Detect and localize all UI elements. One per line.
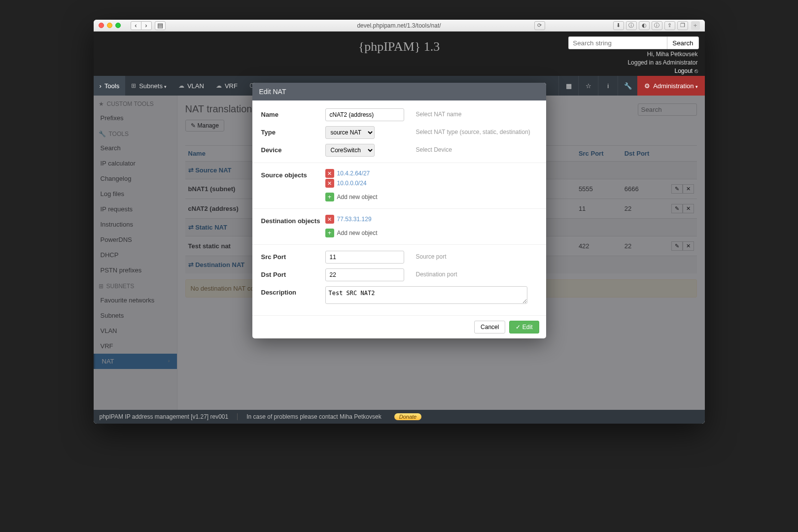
download-icon[interactable]: ⬇ bbox=[613, 21, 624, 30]
label-src-port: Src Port bbox=[261, 251, 325, 264]
help-dst-port: Destination port bbox=[416, 268, 457, 281]
footer-contact: In case of problems please contact Miha … bbox=[246, 413, 381, 420]
global-search-input[interactable] bbox=[568, 36, 667, 49]
footer-version: phpIPAM IP address management [v1.27] re… bbox=[100, 413, 229, 420]
nav-dashboard-button[interactable]: ▦ bbox=[558, 76, 578, 96]
app-header: {phpIPAM} 1.3 Search Hi, Miha Petkovsek … bbox=[94, 32, 705, 76]
cloud-icon: ☁ bbox=[178, 82, 184, 89]
chevron-left-icon bbox=[135, 22, 137, 29]
nat-name-input[interactable] bbox=[325, 108, 404, 121]
new-tab-button[interactable]: + bbox=[691, 21, 700, 30]
submit-button[interactable]: ✓ Edit bbox=[509, 321, 539, 333]
browser-chrome-bar: ▤ devel.phpipam.net/1.3/tools/nat/ ⟳ ⬇ ⓘ… bbox=[94, 20, 705, 32]
url-bar[interactable]: devel.phpipam.net/1.3/tools/nat/ bbox=[357, 22, 441, 29]
star-icon: ☆ bbox=[586, 82, 591, 90]
remove-source-object-button[interactable]: ✕ bbox=[325, 169, 334, 178]
donate-button[interactable]: Donate bbox=[394, 413, 421, 420]
nav-forward-button[interactable] bbox=[141, 21, 152, 30]
logout-link[interactable]: Logout bbox=[674, 67, 693, 74]
logout-icon: ⎋ bbox=[694, 67, 698, 74]
user-greeting: Hi, Miha Petkovsek bbox=[627, 50, 697, 59]
chevron-right-icon bbox=[100, 82, 102, 90]
remove-destination-object-button[interactable]: ✕ bbox=[325, 215, 334, 224]
source-object-link[interactable]: 10.0.0.0/24 bbox=[337, 180, 367, 187]
nav-item-vrf[interactable]: ☁VRF bbox=[210, 76, 243, 96]
nav-settings-button[interactable]: 🔧 bbox=[618, 76, 637, 96]
label-destination-objects: Destination objects bbox=[261, 215, 325, 238]
help-name: Select NAT name bbox=[416, 108, 462, 121]
help-device: Select Device bbox=[416, 144, 452, 157]
sidebar-toggle-button[interactable]: ▤ bbox=[155, 21, 166, 30]
label-source-objects: Source objects bbox=[261, 169, 325, 202]
sitemap-icon: ⊞ bbox=[131, 82, 136, 89]
nav-item-subnets[interactable]: ⊞Subnets bbox=[125, 76, 173, 96]
tabs-icon[interactable]: ❐ bbox=[677, 21, 688, 30]
dst-port-input[interactable] bbox=[325, 268, 404, 281]
info-icon: i bbox=[607, 82, 609, 90]
description-textarea[interactable]: Test SRC NAT2 bbox=[325, 286, 527, 304]
check-icon: ✓ bbox=[516, 324, 520, 331]
destination-object-link[interactable]: 77.53.31.129 bbox=[337, 216, 372, 223]
share-icon[interactable]: ⇪ bbox=[664, 21, 675, 30]
user-role: Logged in as Administrator bbox=[627, 59, 697, 67]
nav-info-button[interactable]: i bbox=[598, 76, 618, 96]
label-dst-port: Dst Port bbox=[261, 268, 325, 281]
chevron-right-icon bbox=[145, 22, 147, 29]
nat-device-select[interactable]: CoreSwitch bbox=[325, 144, 375, 157]
label-device: Device bbox=[261, 144, 325, 157]
ext2-icon[interactable]: ◐ bbox=[639, 21, 650, 30]
help-type: Select NAT type (source, static, destina… bbox=[416, 126, 530, 139]
nav-favourites-button[interactable]: ☆ bbox=[578, 76, 598, 96]
cloud-icon: ☁ bbox=[216, 82, 222, 89]
window-minimize-icon[interactable] bbox=[107, 23, 112, 28]
wrench-icon: 🔧 bbox=[624, 82, 632, 90]
window-close-icon[interactable] bbox=[99, 23, 104, 28]
grid-icon: ▦ bbox=[566, 82, 572, 90]
nat-type-select[interactable]: source NAT bbox=[325, 126, 375, 139]
modal-title: Edit NAT bbox=[252, 83, 546, 100]
add-object-label: Add new object bbox=[337, 194, 378, 200]
info-icon[interactable]: ⓘ bbox=[626, 21, 637, 30]
help-src-port: Source port bbox=[416, 251, 447, 264]
remove-source-object-button[interactable]: ✕ bbox=[325, 179, 334, 188]
src-port-input[interactable] bbox=[325, 251, 404, 264]
label-description: Description bbox=[261, 286, 325, 305]
edit-nat-modal: Edit NAT Name Select NAT name Type sourc… bbox=[252, 83, 546, 338]
label-name: Name bbox=[261, 108, 325, 121]
footer: phpIPAM IP address management [v1.27] re… bbox=[94, 410, 705, 424]
add-destination-object-button[interactable]: + bbox=[325, 229, 334, 237]
nav-item-tools[interactable]: Tools bbox=[94, 76, 126, 96]
add-object-label: Add new object bbox=[337, 230, 378, 236]
reload-icon[interactable]: ⟳ bbox=[534, 21, 545, 30]
nav-back-button[interactable] bbox=[131, 21, 141, 30]
nav-item-vlan[interactable]: ☁VLAN bbox=[173, 76, 210, 96]
cancel-button[interactable]: Cancel bbox=[474, 321, 505, 333]
add-source-object-button[interactable]: + bbox=[325, 193, 334, 201]
gear-icon: ⚙ bbox=[644, 82, 650, 90]
global-search-button[interactable]: Search bbox=[667, 36, 698, 49]
window-maximize-icon[interactable] bbox=[115, 23, 121, 28]
nav-administration[interactable]: ⚙Administration bbox=[637, 76, 704, 96]
source-object-link[interactable]: 10.4.2.64/27 bbox=[337, 170, 370, 177]
ext3-icon[interactable]: ⓘ bbox=[652, 21, 662, 30]
label-type: Type bbox=[261, 126, 325, 139]
